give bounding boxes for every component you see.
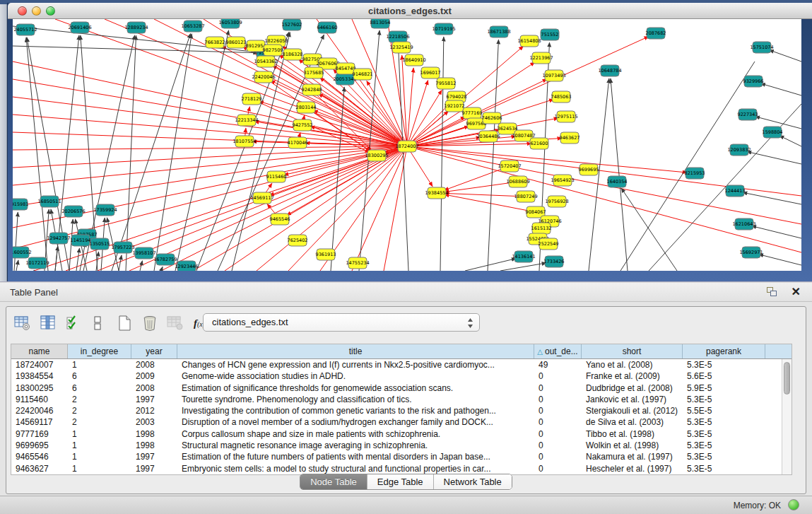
graph-edge[interactable] [402,55,407,146]
table-select-dropdown[interactable]: citations_edges.txt [203,313,480,332]
tab-edge-table[interactable]: Edge Table [367,474,434,489]
scrollbar-thumb[interactable] [784,362,790,395]
table-select-value: citations_edges.txt [212,317,288,327]
graph-edge[interactable] [747,151,801,164]
table-cell: 1998 [131,440,177,451]
graph-edge[interactable] [407,80,428,146]
table-row[interactable]: 946362711997Embryonic stem cells: a mode… [11,463,792,474]
column-header-year[interactable]: year [131,344,177,358]
graph-node-label: 1145194 [71,238,91,243]
graph-edge[interactable] [284,146,407,175]
graph-node-label: 17957223 [111,245,134,250]
graph-edge[interactable] [76,248,79,271]
graph-edge[interactable] [232,33,290,271]
graph-edge[interactable] [196,32,289,271]
graph-node-label: 24055712 [13,27,37,33]
table-row[interactable]: 1872400712008Changes of HCN gene express… [11,359,792,370]
table-row[interactable]: 946554611997Estimation of the future num… [11,451,792,462]
table-row[interactable]: 977716911998Corpus callosum shape and si… [11,428,792,440]
graph-node-label: 9463627 [560,135,580,141]
table-cell: 1 [68,428,131,440]
graph-node-label: 9860123 [226,40,247,45]
network-canvas[interactable]: 1872400718300295193845542405571220691406… [13,19,801,271]
sort-ascending-icon: △ [537,348,543,356]
table-cell: 0 [534,370,582,382]
column-header-label: pagerank [706,346,741,356]
table-cell: 1997 [131,394,177,405]
delete-icon[interactable] [139,313,160,334]
graph-node-label: 12213344 [235,117,258,123]
table-cell: 6 [68,370,131,382]
table-row[interactable]: 2242004622012Investigating the contribut… [11,405,792,416]
graph-edge[interactable] [407,146,801,252]
graph-edge[interactable] [288,146,407,271]
graph-edge[interactable] [175,30,229,271]
graph-node-label: 16154808 [517,38,541,44]
column-header-name[interactable]: name [11,344,68,358]
table-row[interactable]: 1830029562008Estimation of significance … [11,382,792,394]
status-bar: Memory: OK [0,496,812,514]
table-row[interactable]: 1938455462009Genome-wide association stu… [11,370,792,382]
column-chooser-icon[interactable] [37,313,59,334]
table-cell: Jankovic et al. (1997) [582,394,683,405]
vertical-scrollbar[interactable] [782,359,792,474]
graph-node-label: 2087682 [646,30,666,36]
column-header-short[interactable]: short [582,344,683,358]
graph-node-label: 1615132 [531,226,552,231]
graph-node-label: 751552 [541,32,559,37]
float-panel-icon[interactable] [767,287,778,298]
tab-node-table[interactable]: Node Table [300,474,367,489]
graph-edge[interactable] [16,260,18,271]
graph-node-label: 12218506 [386,34,409,40]
graph-edge[interactable] [611,78,628,271]
table-cell: 22420046 [11,405,68,416]
graph-edge[interactable] [119,255,122,271]
graph-edge[interactable] [759,255,801,265]
table-row[interactable]: 969969511998Structural magnetic resonanc… [11,440,792,451]
graph-edge[interactable] [13,115,407,146]
graph-edge[interactable] [407,68,413,146]
graph-edge[interactable] [444,166,510,190]
graph-node-label: 18107554 [233,139,256,144]
graph-edge[interactable] [407,146,687,173]
graph-edge[interactable] [743,192,801,204]
graph-edge[interactable] [55,246,58,271]
table-cell: 2008 [131,359,177,370]
row-height-icon[interactable] [87,313,108,334]
graph-edge[interactable] [769,50,801,62]
graph-edge[interactable] [779,136,801,146]
graph-edge[interactable] [26,37,48,271]
graph-node-label: 12942757 [47,235,70,241]
window-titlebar[interactable]: citations_edges.txt [8,3,812,19]
column-header-out-de-[interactable]: △out_de... [534,344,582,358]
graph-edge[interactable] [620,62,755,271]
column-header-pagerank[interactable]: pagerank [683,344,765,358]
new-file-icon[interactable] [114,313,135,334]
table-cell: Hescheler et al. (1997) [582,463,683,474]
graph-edge[interactable] [752,226,801,238]
graph-node-label: 9084067 [526,209,546,215]
graph-edge[interactable] [465,259,516,271]
graph-edge[interactable] [761,83,801,95]
column-header-in-degree[interactable]: in_degree [68,344,131,358]
graph-edge[interactable] [488,40,498,271]
table-row[interactable]: 1456911722003Disruption of a novel membe… [11,416,792,428]
graph-edge[interactable] [621,188,677,271]
graph-edge[interactable] [112,33,191,271]
graph-edge[interactable] [259,101,407,146]
graph-node-label: 11600552 [13,250,32,255]
tab-network-table[interactable]: Network Table [434,474,512,489]
graph-edge[interactable] [14,212,18,271]
column-header-title[interactable]: title [177,344,534,358]
graph-node-label: 2522549 [539,241,559,247]
graph-node-label: 9827509 [263,47,283,53]
table-settings-icon[interactable] [12,313,33,334]
graph-node-label: 3915981 [13,201,28,207]
graph-node-label: 621600 [531,141,548,146]
select-columns-icon[interactable] [63,313,84,334]
table-row[interactable]: 911546021997Tourette syndrome. Phenomeno… [11,394,792,405]
close-panel-icon[interactable]: ✕ [792,285,801,298]
graph-node-label: 18640910 [402,57,425,63]
graph-node-label: 13958107 [132,250,155,256]
table-cell: 9463627 [11,463,68,474]
